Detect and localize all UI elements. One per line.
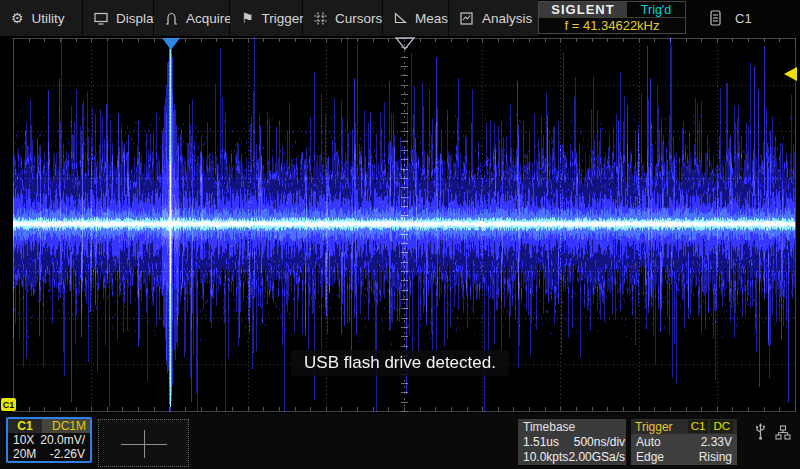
top-menu-bar: ⚙ Utility Display Acquire ⚑ Trigger Curs… — [0, 0, 800, 36]
timebase-delay: 1.51us — [523, 435, 559, 449]
timebase-title: Timebase — [523, 420, 575, 434]
frequency-readout: f = 41.34622kHz — [539, 18, 685, 33]
measure-icon — [394, 12, 407, 24]
channel-list-icon[interactable] — [710, 10, 721, 26]
channel1-probe: 10X — [13, 433, 34, 447]
menu-trigger-label: Trigger — [262, 11, 304, 26]
cursors-icon — [314, 12, 327, 25]
menu-meas[interactable]: Meas — [383, 0, 448, 36]
usb-notification-toast: USB flash drive detected. — [291, 350, 509, 376]
waveform-display[interactable]: C1 USB flash drive detected. — [0, 37, 800, 412]
menu-analysis-label: Analysis — [482, 11, 532, 26]
channel-offset-marker[interactable]: C1 — [1, 398, 16, 411]
trigger-mode: Auto — [636, 435, 661, 449]
menu-display[interactable]: Display — [83, 0, 153, 36]
trigger-status: Trig'd — [627, 2, 685, 17]
acquire-icon — [165, 12, 178, 25]
trigger-coupling: DC — [710, 420, 733, 433]
channel1-descriptor-box[interactable]: C1 DC1M 10X 20.0mV/ 20M -2.26V — [6, 417, 92, 463]
analysis-icon — [460, 12, 474, 25]
menu-trigger[interactable]: ⚑ Trigger — [230, 0, 302, 36]
trigger-level: 2.33V — [701, 435, 732, 449]
trigger-flag-icon: ⚑ — [241, 11, 254, 25]
menu-acquire-label: Acquire — [186, 11, 232, 26]
display-icon — [94, 12, 108, 25]
channel1-scale: 20.0mV/ — [40, 433, 85, 447]
menu-cursors[interactable]: Cursors — [303, 0, 382, 36]
menu-analysis[interactable]: Analysis — [449, 0, 538, 36]
channel1-name: C1 — [8, 419, 42, 433]
trigger-title: Trigger — [635, 420, 686, 434]
menu-cursors-label: Cursors — [335, 11, 382, 26]
channel1-coupling: DC1M — [42, 419, 90, 433]
channel1-bandwidth: 20M — [13, 447, 36, 461]
brand-logo: SIGLENT — [539, 2, 627, 17]
menu-acquire[interactable]: Acquire — [154, 0, 229, 36]
menu-utility-label: Utility — [32, 11, 65, 26]
trigger-type: Edge — [636, 450, 664, 464]
trigger-descriptor-box[interactable]: Trigger C1 DC Auto 2.33V Edge Rising — [631, 419, 737, 465]
horizontal-reference-marker[interactable] — [395, 37, 415, 50]
active-channel-indicator[interactable]: C1 — [735, 11, 752, 26]
timebase-scale: 500ns/div — [574, 435, 625, 449]
menu-meas-label: Meas — [415, 11, 448, 26]
oscilloscope-screen: { "menu": { "items": [ {"icon": "gear-ic… — [0, 0, 800, 469]
status-widget: SIGLENT Trig'd f = 41.34622kHz — [538, 1, 686, 34]
bottom-status-bar: C1 DC1M 10X 20.0mV/ 20M -2.26V Timebase … — [0, 413, 800, 469]
channel1-offset: -2.26V — [50, 447, 85, 461]
trigger-position-marker[interactable] — [162, 38, 180, 50]
usb-icon — [754, 423, 767, 441]
gear-icon: ⚙ — [11, 11, 24, 25]
timebase-samplerate: 2.00GSa/s — [568, 450, 625, 464]
lan-icon — [775, 425, 791, 440]
trigger-level-marker[interactable] — [784, 67, 797, 81]
menu-utility[interactable]: ⚙ Utility — [0, 0, 82, 36]
trigger-source: C1 — [688, 420, 709, 433]
timebase-descriptor-box[interactable]: Timebase 1.51us 500ns/div 10.0kpts 2.00G… — [518, 419, 626, 465]
trigger-slope: Rising — [699, 450, 732, 464]
timebase-points: 10.0kpts — [523, 450, 568, 464]
add-channel-slot[interactable] — [98, 419, 189, 467]
